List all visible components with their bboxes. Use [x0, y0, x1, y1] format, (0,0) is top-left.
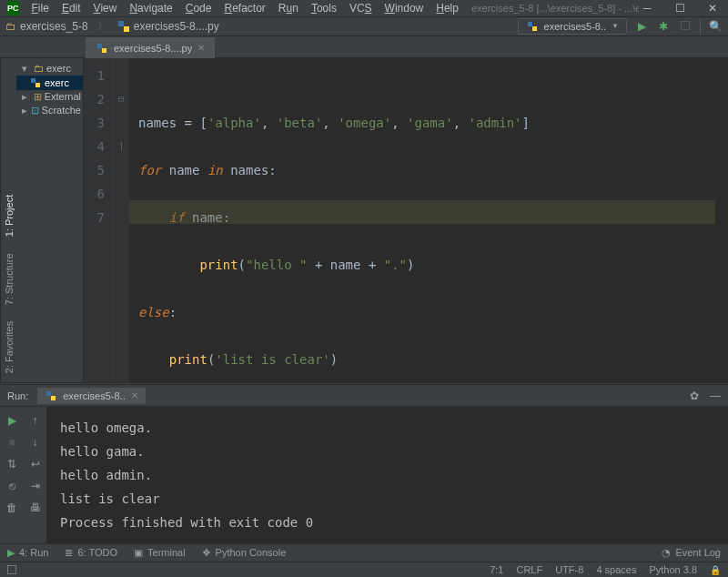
search-everywhere-button[interactable]: 🔍 [708, 20, 723, 33]
up-button[interactable]: ↑ [33, 414, 38, 427]
python-file-icon [526, 20, 539, 33]
event-log-button[interactable]: ◔Event Log [662, 547, 721, 559]
tree-row[interactable]: exerc [16, 76, 83, 90]
editor-tabs: exercises5-8....py ✕ [0, 36, 728, 58]
python-file-icon [45, 390, 57, 402]
rerun-button[interactable]: ▶ [8, 414, 16, 427]
chevron-down-icon: ▼ [612, 22, 619, 30]
line-number-gutter: 1234567 [84, 58, 113, 382]
bottom-tool-stripe: ▶4: Run ≣6: TODO ▣Terminal ❖Python Conso… [0, 543, 728, 561]
editor-tab-label: exercises5-8....py [114, 43, 192, 54]
menu-file[interactable]: FFileile [26, 0, 55, 16]
project-tree[interactable]: ▾🗀exerc exerc ▸⊞External ▸⊡Scratche [16, 58, 84, 382]
readonly-lock-icon[interactable] [710, 564, 721, 575]
status-bar: 7:1 CRLF UTF-8 4 spaces Python 3.8 [0, 562, 728, 577]
python-file-icon [96, 42, 108, 55]
titlebar: PC FFileile Edit View Navigate Code Refa… [0, 0, 728, 17]
toolwindows-toggle[interactable] [7, 565, 16, 574]
tree-row[interactable]: ▸⊡Scratche [16, 104, 83, 117]
run-configuration-selector[interactable]: exercises5-8.. ▼ [518, 18, 627, 35]
toolwindow-run[interactable]: ▶4: Run [7, 547, 48, 559]
python-interpreter[interactable]: Python 3.8 [649, 564, 697, 575]
toolwindow-structure[interactable]: 7: Structure [4, 253, 15, 305]
hide-button[interactable]: — [710, 390, 721, 402]
svg-rect-2 [528, 22, 532, 26]
svg-rect-8 [46, 391, 51, 396]
separator [700, 18, 701, 35]
menu-tools[interactable]: Tools [306, 0, 342, 16]
folder-icon: 🗀 [5, 20, 16, 33]
tree-row[interactable]: ▸⊞External [16, 90, 83, 104]
run-actions-primary: ▶ ■ ⇅ ⎋ 🗑 [0, 407, 24, 543]
code-editor[interactable]: 1234567 ⊟⌉ names = ['alpha', 'beta', 'om… [84, 58, 728, 382]
toolwindow-project[interactable]: 1: Project [4, 194, 15, 236]
svg-rect-5 [102, 48, 106, 53]
trash-button[interactable]: 🗑 [6, 501, 17, 514]
close-tab-icon[interactable]: ✕ [197, 43, 205, 53]
print-button[interactable]: 🖶 [30, 501, 41, 514]
maximize-button[interactable]: ☐ [672, 2, 688, 15]
file-encoding[interactable]: UTF-8 [555, 564, 583, 575]
run-button[interactable]: ▶ [634, 20, 649, 33]
editor-tab[interactable]: exercises5-8....py ✕ [86, 37, 215, 58]
menu-run[interactable]: Run [273, 0, 304, 16]
left-tool-stripe: 2: Favorites 7: Structure 1: Project [0, 58, 16, 382]
menu-edit[interactable]: Edit [56, 0, 86, 16]
breadcrumb-file[interactable]: exercises5-8....py [134, 20, 219, 33]
svg-rect-3 [532, 26, 537, 31]
line-separator[interactable]: CRLF [516, 564, 542, 575]
navigation-bar: 🗀 exercises_5-8 〉 exercises5-8....py exe… [0, 17, 728, 36]
stop-button[interactable]: ■ [8, 436, 15, 449]
layout-button[interactable]: ⇅ [7, 458, 16, 471]
svg-rect-0 [118, 21, 124, 26]
menu-vcs[interactable]: VCS [344, 0, 378, 16]
close-tab-icon[interactable]: ✕ [131, 390, 138, 400]
svg-rect-9 [51, 396, 56, 400]
chevron-right-icon: 〉 [97, 18, 108, 34]
close-button[interactable]: ✕ [704, 2, 721, 15]
editor-error-stripe [715, 58, 728, 382]
toolwindow-favorites[interactable]: 2: Favorites [4, 320, 15, 372]
svg-rect-7 [35, 83, 40, 87]
svg-rect-1 [124, 26, 129, 32]
menu-navigate[interactable]: Navigate [124, 0, 177, 16]
menu-refactor[interactable]: Refactor [218, 0, 270, 16]
python-file-icon [117, 20, 130, 33]
down-button[interactable]: ↓ [33, 436, 38, 449]
pin-button[interactable]: ⎋ [9, 480, 15, 492]
breadcrumb-folder[interactable]: exercises_5-8 [20, 20, 88, 33]
toolwindow-todo[interactable]: ≣6: TODO [65, 547, 117, 559]
scroll-end-button[interactable]: ⇥ [31, 480, 40, 492]
run-panel-title: Run: [7, 390, 28, 401]
indent-settings[interactable]: 4 spaces [596, 564, 636, 575]
svg-rect-4 [97, 44, 102, 48]
toolwindow-terminal[interactable]: ▣Terminal [134, 547, 186, 559]
code-area[interactable]: names = ['alpha', 'beta', 'omega', 'gama… [129, 58, 715, 382]
menu-view[interactable]: View [88, 0, 123, 16]
run-actions-secondary: ↑ ↓ ↩ ⇥ 🖶 [24, 407, 47, 543]
menu-window[interactable]: Window [379, 0, 430, 16]
caret-position[interactable]: 7:1 [490, 564, 503, 575]
minimize-button[interactable]: ─ [639, 2, 655, 15]
tree-row[interactable]: ▾🗀exerc [16, 62, 83, 76]
soft-wrap-button[interactable]: ↩ [31, 458, 40, 471]
toolwindow-python-console[interactable]: ❖Python Console [202, 547, 287, 559]
menu-help[interactable]: Help [430, 0, 464, 16]
window-title: exercises_5-8 [...\exercises_5-8] - ...\… [471, 3, 639, 14]
menubar: FFileile Edit View Navigate Code Refacto… [26, 0, 464, 16]
run-tab[interactable]: exercises5-8.. ✕ [37, 388, 145, 404]
stop-button[interactable] [678, 20, 693, 33]
menu-code[interactable]: Code [180, 0, 217, 16]
app-logo: PC [7, 1, 19, 15]
debug-button[interactable]: ✱ [656, 20, 671, 33]
gutter-icons: ⊟⌉ [113, 58, 129, 382]
svg-rect-6 [31, 78, 35, 83]
run-config-name: exercises5-8.. [544, 21, 606, 32]
